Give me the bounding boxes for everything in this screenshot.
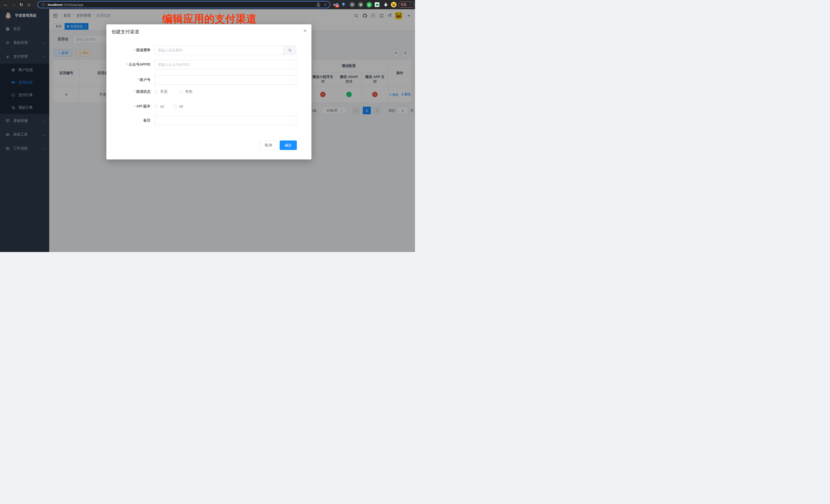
extension-y-icon[interactable]: y (366, 2, 372, 8)
create-pay-channel-dialog: 创建支付渠道 ✕ 渠道费率 % 公众号APPID 商户号 渠道状态 开启 关闭 … (106, 24, 312, 159)
status-open-label[interactable]: 开启 (160, 90, 167, 94)
site-info-icon[interactable]: i (41, 3, 45, 6)
browser-reload-icon[interactable]: ↻ (18, 0, 25, 9)
percent-suffix: % (284, 45, 296, 55)
api-v2-radio[interactable] (154, 104, 158, 108)
status-open-radio[interactable] (154, 90, 158, 94)
rate-label: 渠道费率 (106, 45, 151, 55)
extension-recorder-icon[interactable] (358, 2, 364, 8)
api-v3-radio[interactable] (173, 104, 177, 108)
confirm-button[interactable]: 确定 (280, 140, 297, 150)
url-bar[interactable]: i localhost:1024/pay/app ☆ (37, 1, 330, 8)
status-label: 渠道状态 (106, 87, 151, 96)
browser-back-icon[interactable]: ← (2, 0, 10, 9)
annotation-text: 编辑应用的支付渠道 (162, 12, 257, 26)
api-v2-label[interactable]: v2 (160, 104, 164, 108)
appid-input[interactable] (154, 60, 296, 69)
merchant-input[interactable] (154, 75, 296, 85)
extension-tab-manager-icon[interactable]: 10 (333, 2, 339, 8)
browser-update-button[interactable]: 更新 ⋮ (398, 2, 414, 8)
close-icon[interactable]: ✕ (303, 28, 307, 34)
appid-label: 公众号APPID (106, 60, 151, 69)
browser-home-icon[interactable]: ⌂ (25, 0, 33, 9)
api-v3-label[interactable]: v3 (179, 104, 183, 108)
extension-chat-icon[interactable] (374, 2, 380, 8)
profile-avatar-icon[interactable] (391, 2, 397, 8)
update-label: 更新 (401, 3, 407, 7)
browser-chrome: ← → ↻ ⌂ i localhost:1024/pay/app ☆ 10 ⌘ … (0, 0, 415, 9)
rate-input[interactable] (154, 45, 284, 55)
status-close-radio[interactable] (179, 90, 183, 94)
url-path: :1024/pay/app (62, 3, 83, 7)
extensions-puzzle-icon[interactable] (382, 2, 389, 8)
api-version-radio-group: v2 v3 (154, 102, 183, 111)
extension-command-icon[interactable]: ⌘ (349, 2, 355, 8)
cancel-button[interactable]: 取消 (260, 140, 277, 150)
extension-badge: 10 (335, 5, 339, 7)
rate-input-group: % (154, 45, 296, 55)
status-close-label[interactable]: 关闭 (185, 90, 192, 94)
bookmark-star-icon[interactable]: ☆ (324, 2, 327, 7)
api-version-label: API 版本 (106, 102, 151, 111)
remark-input[interactable] (154, 116, 296, 125)
share-icon[interactable] (317, 3, 320, 7)
url-host: localhost (48, 3, 62, 7)
dialog-title: 创建支付渠道 (111, 29, 139, 35)
status-radio-group: 开启 关闭 (154, 87, 192, 96)
browser-forward-icon[interactable]: → (10, 0, 18, 9)
browser-menu-icon[interactable]: ⋮ (409, 3, 412, 7)
merchant-label: 商户号 (106, 75, 151, 85)
remark-label: 备注 (106, 116, 151, 125)
extension-kite-icon[interactable] (341, 2, 347, 8)
